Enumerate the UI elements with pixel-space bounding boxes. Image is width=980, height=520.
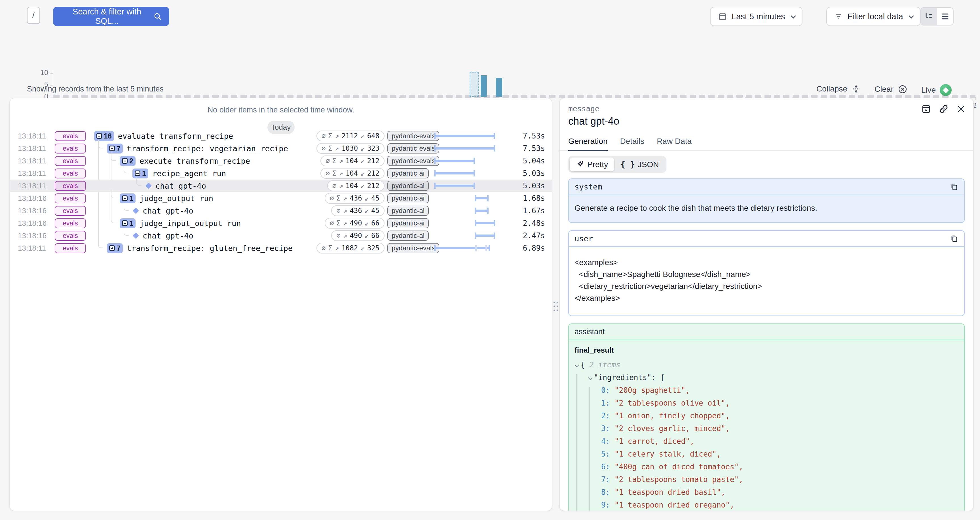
json-ingredients-line[interactable]: "ingredients": [ [574, 371, 958, 384]
list-view-button[interactable] [937, 8, 953, 25]
live-toggle[interactable]: Live [921, 84, 951, 96]
json-array-item: 6: "400g can of diced tomatoes", [574, 461, 958, 473]
trace-row-time: 13:18:16 [18, 206, 49, 215]
trace-row[interactable]: 13:18:16evals1judge_output run⌀Σ↗436↙45p… [10, 192, 552, 205]
output-tokens: 66 [371, 231, 379, 239]
token-usage-badge[interactable]: ⌀↗104↙212 [327, 181, 385, 191]
evals-tag-badge[interactable]: evals [55, 181, 86, 191]
input-tokens: 1030 [341, 144, 358, 152]
indent-guide [576, 374, 577, 511]
tree-elbow-connector [124, 165, 129, 173]
duration-bar-track [434, 155, 495, 167]
pretty-toggle-button[interactable]: Pretty [570, 157, 614, 171]
item-value: "1 teaspoon dried basil", [614, 488, 725, 496]
token-usage-badge[interactable]: ⌀Σ↗1030↙323 [317, 143, 385, 154]
collapse-button[interactable]: Collapse [816, 84, 861, 94]
collapse-toggle[interactable]: 2 [120, 156, 135, 166]
token-usage-badge[interactable]: ⌀Σ↗2112↙648 [317, 130, 385, 141]
token-usage-badge[interactable]: ⌀Σ↗104↙212 [320, 168, 385, 179]
span-name: judge_input_output run [140, 219, 241, 228]
tab-generation[interactable]: Generation [568, 137, 608, 151]
calendar-icon [718, 12, 727, 21]
evals-tag-badge[interactable]: evals [55, 206, 86, 216]
evals-tag-badge[interactable]: evals [55, 243, 86, 253]
arrow-up-right-icon: ↗ [339, 170, 343, 177]
token-usage-badge[interactable]: ⌀Σ↗1082↙325 [317, 243, 385, 254]
trace-row[interactable]: 13:18:11evalschat gpt-4o⌀↗104↙212pydanti… [10, 179, 552, 192]
token-icon: ⌀ [336, 207, 340, 215]
trace-row[interactable]: 13:18:16evalschat gpt-4o⌀↗490↙66pydantic… [10, 230, 552, 242]
evals-tag-badge[interactable]: evals [55, 131, 86, 141]
records-histogram[interactable]: 1050 Mar 31. 13:15:5213:16:2913:17:0713:… [0, 34, 980, 82]
time-range-dropdown[interactable]: Last 5 minutes [710, 7, 802, 26]
collapse-toggle[interactable]: 7 [107, 144, 123, 154]
slash-key-label: / [32, 11, 35, 20]
json-array-item: 8: "1 teaspoon dried basil", [574, 486, 958, 499]
chevron-down-icon[interactable] [575, 363, 579, 367]
filter-local-data-dropdown[interactable]: Filter local data [826, 7, 920, 26]
token-usage-badge[interactable]: ⌀Σ↗436↙45 [325, 193, 385, 204]
copy-icon[interactable] [950, 235, 958, 243]
search-button[interactable]: Search & filter with SQL... [53, 7, 169, 26]
output-tokens: 325 [367, 244, 379, 252]
duration-bar-track [434, 192, 495, 205]
trace-row[interactable]: 13:18:11evals2execute transform_recipe⌀Σ… [10, 155, 552, 167]
close-icon[interactable] [956, 104, 966, 114]
span-name: chat gpt-4o [143, 231, 193, 240]
span-name: recipe_agent run [152, 169, 226, 178]
trace-row[interactable]: 13:18:11evals7transform_recipe: vegetari… [10, 142, 552, 155]
duration-bar-mark [485, 245, 487, 251]
evals-tag-badge[interactable]: evals [55, 218, 86, 228]
token-usage-badge[interactable]: ⌀Σ↗104↙212 [320, 155, 385, 166]
minus-box-icon [135, 171, 140, 176]
token-usage-badge[interactable]: ⌀↗436↙45 [331, 205, 385, 216]
expand-toggle[interactable]: 7 [107, 243, 123, 253]
input-tokens: 104 [346, 157, 358, 165]
trace-row[interactable]: 13:18:16evals1judge_input_output run⌀Σ↗4… [10, 217, 552, 230]
item-index: 2: [574, 412, 610, 420]
evals-tag-badge[interactable]: evals [55, 156, 86, 166]
evals-tag-badge[interactable]: evals [55, 193, 86, 203]
child-count: 1 [129, 194, 133, 203]
collapse-toggle[interactable]: 1 [120, 218, 135, 228]
clear-button[interactable]: Clear [875, 84, 908, 94]
sigma-icon: Σ [328, 244, 332, 252]
collapse-toggle[interactable]: 16 [94, 131, 114, 141]
tree-view-button[interactable] [921, 8, 937, 25]
copy-icon[interactable] [950, 183, 958, 191]
output-tokens: 66 [371, 219, 379, 227]
trace-row[interactable]: 13:18:11evals7transform_recipe: gluten_f… [10, 242, 552, 254]
duration-bar-track [434, 205, 495, 217]
tree-elbow-connector [124, 202, 129, 211]
trace-row[interactable]: 13:18:11evals1recipe_agent run⌀Σ↗104↙212… [10, 167, 552, 179]
package-badge: pydantic-ai [387, 193, 429, 203]
showing-records-text: Showing records from the last 5 minutes [27, 85, 164, 94]
collapse-toggle[interactable]: 1 [120, 193, 135, 203]
tab-details[interactable]: Details [620, 137, 644, 151]
tab-raw-data[interactable]: Raw Data [657, 137, 692, 151]
arrow-up-right-icon: ↗ [343, 194, 347, 202]
json-root-line[interactable]: { 2 items [574, 358, 958, 371]
item-value: "1 onion, finely chopped", [614, 412, 730, 420]
json-array-item: 7: "2 tablespoons tomato paste", [574, 473, 958, 486]
trace-row-time: 13:18:11 [18, 132, 49, 141]
token-usage-badge[interactable]: ⌀Σ↗490↙66 [325, 218, 385, 228]
evals-tag-badge[interactable]: evals [55, 231, 86, 241]
collapse-toggle[interactable]: 1 [132, 168, 148, 178]
copy-link-icon[interactable] [939, 104, 949, 114]
json-toggle-button[interactable]: { } JSON [614, 157, 665, 171]
chevron-down-icon[interactable] [588, 376, 593, 380]
item-value: "2 tablespoons tomato paste", [614, 475, 743, 484]
token-usage-badge[interactable]: ⌀↗490↙66 [331, 230, 385, 241]
arrow-down-left-icon: ↙ [360, 132, 364, 140]
trace-row[interactable]: 13:18:16evalschat gpt-4o⌀↗436↙45pydantic… [10, 205, 552, 217]
item-value: "1 celery stalk, diced", [614, 450, 721, 458]
package-badge: pydantic-ai [387, 231, 429, 241]
duration-bar [475, 222, 495, 224]
panel-resize-handle[interactable] [553, 301, 559, 312]
evals-tag-badge[interactable]: evals [55, 168, 86, 178]
trace-row[interactable]: 13:18:11evals16evaluate transform_recipe… [10, 130, 552, 142]
span-kind-label: message [568, 105, 965, 113]
archive-box-icon[interactable] [921, 104, 931, 114]
evals-tag-badge[interactable]: evals [55, 144, 86, 154]
